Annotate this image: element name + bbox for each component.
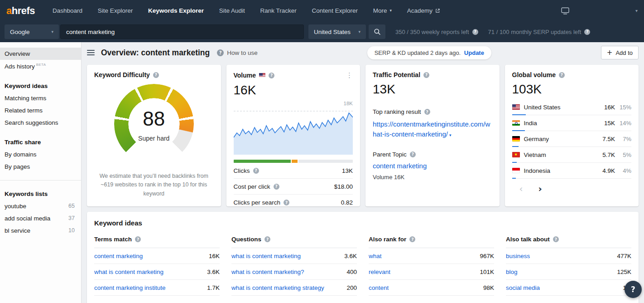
keyword-link[interactable]: content marketing institute: [94, 284, 166, 291]
keyword-link[interactable]: blog: [506, 269, 518, 275]
help-icon[interactable]: [253, 168, 259, 174]
country-percent: 5%: [615, 152, 631, 158]
keyword-link[interactable]: relevant: [369, 269, 390, 275]
nav-rank-tracker[interactable]: Rank Tracker: [254, 0, 303, 21]
help-icon[interactable]: [584, 29, 590, 35]
nav-content-explorer[interactable]: Content Explorer: [305, 0, 365, 21]
nav-site-audit[interactable]: Site Audit: [212, 0, 252, 21]
help-icon[interactable]: [264, 236, 270, 242]
kd-difficulty-label: Super hard: [114, 135, 194, 142]
how-to-use-link[interactable]: How to use: [217, 49, 258, 56]
user-menu-chevron-icon[interactable]: [635, 9, 638, 13]
sidebar-item-matching-terms[interactable]: Matching terms: [0, 92, 81, 104]
keyword-link[interactable]: social media: [506, 284, 540, 291]
country-row-india[interactable]: India 15K 14%: [512, 115, 632, 131]
search-engine-select[interactable]: Google: [5, 24, 59, 39]
help-icon[interactable]: [135, 236, 141, 242]
kd-gauge: 88 Super hard: [114, 84, 194, 164]
prev-page-icon[interactable]: [519, 184, 523, 193]
help-icon[interactable]: [409, 236, 415, 242]
help-icon[interactable]: [284, 200, 289, 205]
keyword-search-input[interactable]: [60, 24, 304, 39]
metric-row-clicks-per-search: Clicks per search 0.82: [234, 195, 353, 210]
country-name: Vietnam: [524, 152, 595, 158]
chevron-down-icon: [358, 30, 360, 34]
global-volume-value: 103K: [512, 82, 632, 97]
sidebar-item-related-terms[interactable]: Related terms: [0, 104, 81, 117]
nav-dashboard[interactable]: Dashboard: [46, 0, 89, 21]
menu-icon[interactable]: [87, 50, 95, 55]
help-icon[interactable]: [472, 29, 478, 35]
keyword-link[interactable]: what is content marketing: [231, 253, 301, 259]
top-ranking-result-link[interactable]: https://contentmarketinginstitute.com/wh…: [373, 119, 492, 139]
keyword-link[interactable]: content marketing: [94, 253, 143, 259]
nav-more[interactable]: More: [366, 0, 399, 21]
keyword-row: content 98K: [369, 280, 494, 296]
list-count: 10: [68, 227, 75, 234]
help-icon[interactable]: [274, 184, 279, 190]
keyword-volume: 1.7K: [207, 284, 220, 291]
serp-update-pill: SERP & KD updated 2 days ago. Update: [367, 46, 491, 59]
country-share-bar: [512, 178, 516, 179]
country-volume: 5.7K: [594, 152, 615, 158]
ahrefs-logo[interactable]: ahrefs: [6, 5, 35, 17]
keyword-volume: 98K: [483, 284, 494, 291]
help-icon[interactable]: [559, 72, 565, 78]
update-link[interactable]: Update: [464, 49, 484, 56]
keyword-volume: 3.6K: [207, 269, 220, 275]
nav-academy[interactable]: Academy: [400, 0, 447, 21]
parent-topic-link[interactable]: content marketing: [373, 162, 492, 170]
country-row-vietnam[interactable]: Vietnam 5.7K 5%: [512, 147, 632, 163]
keyword-link[interactable]: what: [369, 253, 382, 259]
search-button[interactable]: [369, 24, 385, 39]
help-icon[interactable]: [153, 72, 159, 78]
list-name: bl service: [5, 227, 30, 234]
app: { "colors": { "brand_orange": "#ff8800",…: [0, 0, 644, 303]
country-name: Germany: [524, 136, 595, 142]
sidebar-item-search-suggestions[interactable]: Search suggestions: [0, 117, 81, 129]
sidebar-item-by-pages[interactable]: By pages: [0, 161, 81, 173]
help-icon[interactable]: [269, 73, 274, 78]
sidebar-item-list-youtube[interactable]: youtube 65: [0, 200, 81, 212]
search-icon: [374, 28, 381, 35]
kd-note: We estimate that you’ll need backlinks f…: [94, 172, 214, 198]
country-row-indonesia[interactable]: Indonesia 4.9K 4%: [512, 163, 632, 179]
keyword-volume: 200: [346, 284, 357, 291]
sidebar-item-list-bl-service[interactable]: bl service 10: [0, 225, 81, 237]
country-select[interactable]: United States: [308, 24, 366, 39]
keyword-link[interactable]: what is content marketing?: [231, 269, 304, 275]
sidebar-section-traffic-share: Traffic share: [0, 136, 81, 148]
column-header: Terms match: [94, 236, 132, 243]
nav-academy-label: Academy: [407, 0, 433, 21]
keyword-link[interactable]: business: [506, 253, 530, 259]
metric-row-cpc: Cost per click $18.00: [234, 179, 353, 195]
label-text: Parent Topic: [373, 151, 407, 158]
next-page-icon[interactable]: [538, 184, 542, 193]
keyword-link[interactable]: content: [369, 284, 389, 291]
sidebar-item-list-add-social-media[interactable]: add social media 37: [0, 212, 81, 225]
add-to-button[interactable]: Add to: [601, 46, 639, 59]
add-to-label: Add to: [615, 49, 633, 56]
help-icon[interactable]: [424, 109, 430, 115]
help-fab[interactable]: [625, 281, 642, 298]
keyword-row: what is content marketing 3.6K: [231, 248, 357, 264]
more-options-icon[interactable]: [346, 71, 353, 79]
country-row-united-states[interactable]: United States 16K 15%: [512, 99, 632, 115]
help-icon[interactable]: [553, 236, 559, 242]
country-row-germany[interactable]: Germany 7.5K 7%: [512, 131, 632, 147]
sidebar-item-by-domains[interactable]: By domains: [0, 148, 81, 161]
sidebar-item-overview[interactable]: Overview: [0, 48, 81, 60]
keyword-link[interactable]: what is content marketing: [94, 269, 163, 275]
sidebar-item-ads-history[interactable]: Ads historyBETA: [0, 60, 81, 73]
nav-keywords-explorer[interactable]: Keywords Explorer: [141, 0, 211, 21]
display-icon[interactable]: [561, 7, 569, 15]
help-icon[interactable]: [423, 72, 429, 78]
volume-title: Volume: [234, 72, 256, 79]
help-icon[interactable]: [410, 152, 416, 157]
keyword-link[interactable]: what is content marketing strategy: [231, 284, 324, 291]
nav-site-explorer[interactable]: Site Explorer: [91, 0, 139, 21]
metric-label: Clicks per search: [234, 199, 281, 206]
ki-column-also-rank-for: Also rank for what 967K relevant 101K co…: [369, 236, 494, 296]
volume-trend-chart: 18K: [234, 108, 353, 156]
sidebar-divider: [0, 180, 81, 181]
